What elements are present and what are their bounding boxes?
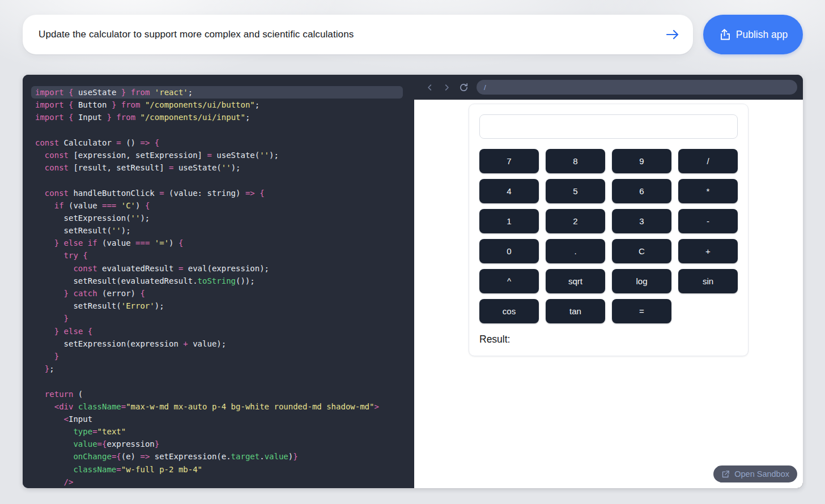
calc-button-sin[interactable]: sin (678, 269, 738, 293)
submit-prompt-button[interactable] (662, 24, 683, 45)
publish-app-button[interactable]: Publish app (703, 15, 803, 54)
code-line: if (value === 'C') { (35, 199, 403, 212)
prompt-bar: Update the calculator to support more co… (23, 15, 693, 54)
url-input[interactable]: / (477, 80, 797, 95)
publish-app-label: Publish app (736, 29, 788, 41)
calc-button-tan[interactable]: tan (546, 299, 605, 323)
back-icon (426, 83, 434, 92)
calc-button-sqrt[interactable]: sqrt (546, 269, 605, 293)
calc-button-1[interactable]: 1 (479, 209, 539, 233)
calc-button-4[interactable]: 4 (479, 179, 539, 203)
code-line: onChange={(e) => setExpression(e.target.… (35, 450, 403, 463)
code-line: const evaluatedResult = eval(expression)… (35, 262, 403, 275)
calculator-card: 789/456*123-0.C+^sqrtlogsincostan= Resul… (469, 104, 749, 356)
calc-button-.[interactable]: . (546, 239, 605, 263)
code-line: } catch (error) { (35, 287, 403, 300)
code-line: } (35, 312, 403, 324)
workbench: import { useState } from 'react';import … (23, 75, 803, 488)
code-line: const [expression, setExpression] = useS… (35, 149, 403, 161)
code-line: className="w-full p-2 mb-4" (35, 463, 403, 476)
calc-button-0[interactable]: 0 (479, 239, 539, 263)
code-line: const handleButtonClick = (value: string… (35, 187, 403, 199)
refresh-icon (459, 83, 469, 92)
open-sandbox-label: Open Sandbox (734, 469, 789, 479)
code-line (35, 375, 403, 387)
calc-button-3[interactable]: 3 (612, 209, 671, 233)
code-line: type="text" (35, 425, 403, 438)
calc-button-cos[interactable]: cos (479, 299, 539, 323)
code-line: } (35, 350, 403, 362)
code-line: } else { (35, 325, 403, 338)
calc-button-/[interactable]: / (678, 149, 738, 173)
code-line: setExpression(expression + value); (35, 338, 403, 350)
code-line (35, 174, 403, 186)
code-line: import { Input } from "/components/ui/in… (35, 111, 403, 123)
calc-button-=[interactable]: = (612, 299, 671, 323)
code-line: }; (35, 362, 403, 375)
code-area: import { useState } from 'react';import … (35, 86, 403, 488)
code-line (35, 124, 403, 136)
code-line: setResult('Error'); (35, 300, 403, 312)
calc-button-C[interactable]: C (612, 239, 671, 263)
code-line: return ( (35, 388, 403, 400)
arrow-right-icon (665, 28, 680, 41)
code-line: <div className="max-w-md mx-auto p-4 bg-… (35, 400, 403, 413)
calc-button-log[interactable]: log (612, 269, 671, 293)
prompt-input[interactable]: Update the calculator to support more co… (39, 29, 662, 40)
code-line: } else if (value === '=') { (35, 237, 403, 249)
code-line: setExpression(''); (35, 212, 403, 224)
open-sandbox-button[interactable]: Open Sandbox (713, 465, 797, 482)
code-line: try { (35, 249, 403, 262)
calc-button-2[interactable]: 2 (546, 209, 605, 233)
forward-icon (443, 83, 451, 92)
expression-input[interactable] (479, 114, 738, 139)
preview-body: 789/456*123-0.C+^sqrtlogsincostan= Resul… (414, 100, 803, 488)
calc-button-8[interactable]: 8 (546, 149, 605, 173)
code-line: import { Button } from "/components/ui/b… (35, 99, 403, 111)
code-editor[interactable]: import { useState } from 'react';import … (23, 75, 414, 488)
calc-button-^[interactable]: ^ (479, 269, 539, 293)
code-line: setResult(''); (35, 224, 403, 237)
calc-button-6[interactable]: 6 (612, 179, 671, 203)
code-line: import { useState } from 'react'; (31, 86, 403, 99)
calc-button-*[interactable]: * (678, 179, 738, 203)
code-line: setResult(evaluatedResult.toString()); (35, 275, 403, 287)
share-icon (718, 28, 730, 41)
code-line: /> (35, 476, 403, 488)
preview-toolbar: / (414, 75, 803, 100)
preview-pane: / 789/456*123-0.C+^sqrtlogsincostan= Res… (414, 75, 803, 488)
back-button[interactable] (422, 80, 437, 95)
code-line: const Calculator = () => { (35, 136, 403, 149)
forward-button[interactable] (439, 80, 454, 95)
refresh-button[interactable] (456, 80, 471, 95)
calc-button--[interactable]: - (678, 209, 738, 233)
code-line: <Input (35, 413, 403, 425)
code-line: const [result, setResult] = useState('')… (35, 161, 403, 174)
external-link-icon (721, 470, 730, 479)
calc-button-5[interactable]: 5 (546, 179, 605, 203)
result-label: Result: (479, 334, 738, 345)
calc-button-+[interactable]: + (678, 239, 738, 263)
code-line: value={expression} (35, 438, 403, 450)
calc-grid: 789/456*123-0.C+^sqrtlogsincostan= (479, 149, 738, 323)
calc-button-9[interactable]: 9 (612, 149, 671, 173)
calc-button-7[interactable]: 7 (479, 149, 539, 173)
